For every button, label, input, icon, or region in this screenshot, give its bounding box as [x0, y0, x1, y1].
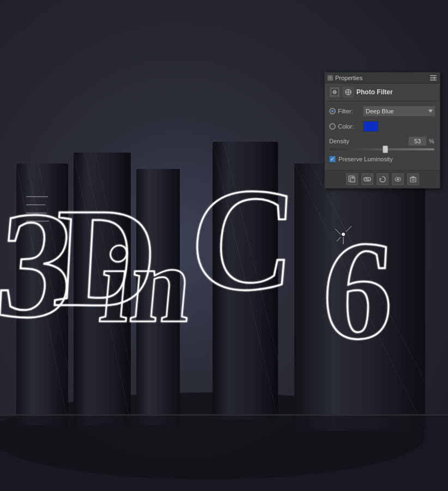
adjustment-icon-button[interactable] [343, 87, 354, 98]
svg-point-47 [397, 178, 399, 180]
density-input[interactable] [408, 136, 427, 146]
close-button[interactable]: × [328, 75, 333, 81]
delete-button[interactable] [407, 173, 419, 185]
panel-title: Properties [335, 75, 362, 81]
link-icon [364, 175, 371, 183]
svg-rect-31 [0, 414, 448, 491]
panel-menu-button[interactable] [429, 74, 437, 82]
panel-titlebar: × Properties [325, 72, 440, 83]
menu-icon [430, 75, 437, 81]
filter-row: Filter: Warming Filter (85)Warming Filte… [329, 106, 435, 117]
add-effect-button[interactable] [346, 173, 358, 185]
svg-rect-32 [0, 414, 448, 416]
svg-rect-50 [412, 177, 414, 178]
density-slider-track[interactable] [330, 148, 434, 150]
properties-panel: × Properties Photo Filter [324, 72, 440, 189]
density-unit: % [429, 138, 435, 144]
svg-marker-36 [434, 76, 435, 80]
svg-rect-34 [430, 77, 437, 78]
color-swatch[interactable] [363, 121, 378, 132]
preserve-luminosity-checkbox[interactable]: ✓ [329, 156, 336, 162]
svg-text:6: 6 [319, 211, 398, 368]
svg-rect-23 [26, 204, 45, 205]
slider-row[interactable] [329, 148, 435, 150]
reset-icon [379, 175, 386, 183]
density-label: Density [329, 138, 356, 144]
filter-label: Filter: [338, 108, 361, 114]
svg-rect-24 [26, 213, 47, 214]
link-button[interactable] [361, 173, 373, 185]
add-layer-icon [348, 175, 356, 183]
svg-rect-35 [430, 80, 437, 81]
filter-radio[interactable] [329, 108, 336, 114]
density-row: Density % [329, 136, 435, 146]
reset-button[interactable] [377, 173, 389, 185]
svg-text:in: in [95, 224, 197, 345]
preserve-luminosity-label: Preserve Luminosity [338, 156, 393, 162]
checkbox-checkmark: ✓ [330, 157, 335, 162]
panel-header: Photo Filter [325, 83, 440, 101]
filter-header-title: Photo Filter [356, 88, 435, 96]
adjustment-icon [344, 88, 352, 96]
eye-icon [394, 175, 402, 183]
svg-rect-33 [430, 75, 437, 76]
density-slider-thumb[interactable] [383, 146, 388, 153]
titlebar-left: × Properties [328, 75, 362, 81]
panel-footer [325, 170, 440, 188]
filter-dropdown[interactable]: Warming Filter (85)Warming Filter (LBA)C… [363, 106, 435, 117]
svg-text:C: C [185, 157, 302, 320]
svg-rect-25 [26, 221, 49, 222]
svg-marker-45 [380, 178, 382, 180]
mask-icon-button[interactable] [329, 87, 340, 98]
color-row: Color: [329, 121, 435, 132]
color-radio[interactable] [329, 123, 336, 130]
svg-point-26 [342, 233, 345, 236]
trash-icon [409, 175, 417, 183]
svg-rect-22 [26, 196, 48, 197]
color-label: Color: [338, 123, 361, 130]
svg-point-38 [332, 90, 337, 94]
visibility-button[interactable] [392, 173, 404, 185]
preserve-luminosity-row: ✓ Preserve Luminosity [329, 156, 435, 162]
layer-mask-icon [331, 88, 338, 96]
panel-body: Filter: Warming Filter (85)Warming Filte… [325, 101, 440, 170]
